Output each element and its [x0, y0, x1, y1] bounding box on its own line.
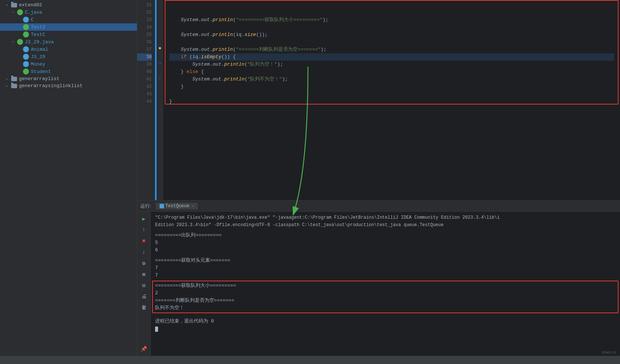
java-icon-Test2	[23, 24, 29, 30]
highlighted-console-section: =========获取队列大小========= 2 =======判断队列是否…	[155, 282, 616, 312]
run-layout-button[interactable]: ⊞	[139, 269, 149, 279]
run-tab-TestQueue[interactable]: TestQueue ✕	[156, 203, 198, 209]
code-line-38: if (iq.isEmpty()) {	[169, 53, 614, 61]
code-body[interactable]: System.out.println("=========获取队列大小=====…	[163, 0, 620, 200]
code-line-44: }	[169, 98, 614, 105]
expand-arrow-generarraylist	[6, 77, 11, 81]
output-line-1: =========出队列=========	[155, 232, 616, 239]
sidebar-item-C-label: C	[31, 17, 34, 23]
sidebar-item-Money[interactable]: Money	[0, 60, 137, 68]
sidebar-item-j329-label: J3_29.java	[25, 39, 54, 45]
run-content: ▶ ↑ ■ ↓ ⚙ ⊞ ⊟ 🖨 🗑 📌 "C:\Program Files\Ja…	[137, 212, 620, 356]
code-line-40: } else {	[169, 68, 614, 76]
sidebar-item-generarraysinglinklist[interactable]: generarraysinglinklist	[0, 82, 137, 89]
sidebar-item-J3_29[interactable]: J3_29	[0, 53, 137, 60]
status-bar	[0, 356, 620, 364]
line-num-39: 39	[137, 61, 152, 68]
line-num-37: 37	[137, 46, 152, 53]
run-down-button[interactable]: ↓	[139, 247, 149, 257]
main-area: extend02 C.java C Test2 TestC J3_29	[0, 0, 620, 356]
code-line-31	[169, 1, 614, 9]
java-icon-TestC	[23, 32, 29, 37]
sidebar-item-Test2[interactable]: Test2	[0, 23, 137, 31]
sidebar-item-extend02[interactable]: extend02	[0, 1, 137, 9]
java-file-icon-cjava	[17, 9, 23, 15]
exit-line: 进程已结束，退出代码为 0	[155, 318, 616, 325]
output-line-4: =========获取对头元素=======	[155, 257, 616, 264]
line-num-41: 41	[137, 76, 152, 83]
step-over-icon: →	[157, 59, 163, 67]
code-line-37: System.out.println("=======判断队列是否为空=====…	[169, 46, 614, 53]
sidebar-item-J3_29-label: J3_29	[31, 54, 45, 60]
java-icon-C	[23, 17, 29, 23]
cmd-line-2: Edition 2023.3.4\bin" -Dfile.encoding=UT…	[155, 221, 616, 229]
code-line-33: System.out.println("=========获取队列大小=====…	[169, 16, 614, 24]
expand-arrow-generarraysinglinklist	[6, 84, 11, 88]
run-tab-close-icon[interactable]: ✕	[191, 203, 194, 208]
sidebar-item-Test2-label: Test2	[31, 24, 45, 30]
sidebar-item-extend02-label: extend02	[19, 2, 42, 8]
line-numbers: 31 32 33 34 35 36 37 38 39 40 41 42 43 4…	[137, 0, 155, 200]
sidebar-item-Money-label: Money	[31, 62, 45, 67]
sidebar-item-generarraylist[interactable]: generarraylist	[0, 75, 137, 82]
code-line-42: }	[169, 83, 614, 90]
run-settings-button[interactable]: ⚙	[139, 258, 149, 268]
java-icon-J3_29	[23, 54, 29, 60]
run-stop-button[interactable]: ■	[139, 236, 149, 246]
run-to-icon: ↓	[157, 74, 163, 82]
file-tree-sidebar: extend02 C.java C Test2 TestC J3_29	[0, 0, 137, 356]
java-file-icon-j329	[17, 39, 23, 45]
run-label: 运行:	[140, 203, 151, 209]
code-line-43	[169, 90, 614, 98]
line-num-42: 42	[137, 83, 152, 90]
bottom-panel: 运行: TestQueue ✕ ▶ ↑ ■ ↓ ⚙ ⊞ ⊟ 🖨 🗑	[137, 200, 620, 356]
sidebar-item-Animal[interactable]: Animal	[0, 46, 137, 53]
gutter-icons: ● → ↓	[157, 0, 163, 200]
sidebar-item-Animal-label: Animal	[31, 47, 48, 52]
sidebar-item-TestC[interactable]: TestC	[0, 31, 137, 38]
cmd-line-1: "C:\Program Files\Java\jdk-17\bin\java.e…	[155, 214, 616, 221]
code-editor: 31 32 33 34 35 36 37 38 39 40 41 42 43 4…	[137, 0, 620, 200]
output-line-3: 6	[155, 246, 616, 254]
sidebar-item-C[interactable]: C	[0, 16, 137, 23]
java-icon-Student	[23, 69, 29, 75]
output-line-8: 2	[155, 289, 616, 297]
run-up-button[interactable]: ↑	[139, 225, 149, 235]
run-play-button[interactable]: ▶	[139, 214, 149, 224]
output-line-7: =========获取队列大小=========	[155, 282, 616, 289]
output-line-5: 7	[155, 264, 616, 272]
run-toolbar: ▶ ↑ ■ ↓ ⚙ ⊞ ⊟ 🖨 🗑 📌	[137, 212, 151, 356]
output-line-9: =======判断队列是否为空=======	[155, 297, 616, 304]
run-pin-button[interactable]: 📌	[139, 344, 149, 354]
line-num-40: 40	[137, 68, 152, 76]
watermark: znwx.cn	[601, 350, 616, 354]
line-num-33: 33	[137, 16, 152, 24]
expand-arrow-j329java	[12, 40, 17, 44]
run-output[interactable]: "C:\Program Files\Java\jdk-17\bin\java.e…	[151, 212, 620, 356]
java-icon-Animal	[23, 46, 29, 52]
expand-arrow-extend02	[6, 3, 11, 7]
code-line-34	[169, 24, 614, 31]
code-line-32	[169, 9, 614, 16]
line-num-36: 36	[137, 39, 152, 46]
line-num-38: 38	[137, 53, 152, 61]
line-num-44: 44	[137, 98, 152, 105]
output-line-2: 5	[155, 239, 616, 246]
output-line-6: 7	[155, 272, 616, 279]
line-num-31: 31	[137, 1, 152, 9]
java-icon-Money	[23, 61, 29, 67]
run-tab-label: TestQueue	[165, 203, 190, 209]
expand-arrow-cjava	[12, 10, 17, 14]
sidebar-item-Student[interactable]: Student	[0, 68, 137, 75]
code-line-41: System.out.println("队列不为空！");	[169, 76, 614, 83]
line-num-32: 32	[137, 9, 152, 16]
run-tab-bar: 运行: TestQueue ✕	[137, 201, 620, 212]
sidebar-item-j329java[interactable]: J3_29.java	[0, 38, 137, 46]
run-scroll-button[interactable]: ⊟	[139, 281, 149, 290]
sidebar-item-cjava[interactable]: C.java	[0, 9, 137, 16]
run-trash-button[interactable]: 🗑	[139, 303, 149, 312]
line-num-34: 34	[137, 24, 152, 31]
run-print-button[interactable]: 🖨	[139, 292, 149, 301]
sidebar-item-Student-label: Student	[31, 69, 51, 75]
sidebar-item-cjava-label: C.java	[25, 10, 42, 15]
